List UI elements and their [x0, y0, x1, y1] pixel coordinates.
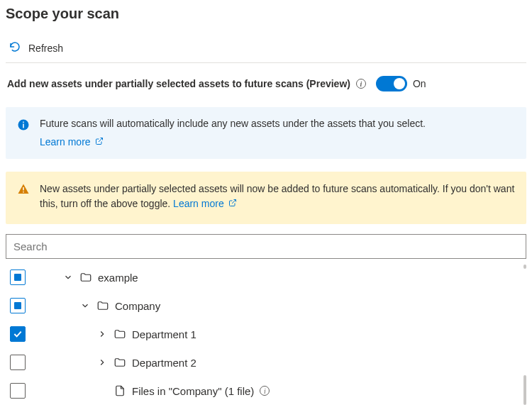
folder-icon	[96, 299, 109, 312]
warning-banner-text: New assets under partially selected asse…	[40, 183, 514, 209]
warning-banner: New assets under partially selected asse…	[6, 172, 526, 224]
info-icon[interactable]: i	[356, 79, 366, 89]
svg-rect-2	[23, 122, 24, 123]
checkbox[interactable]	[10, 269, 26, 285]
refresh-icon	[9, 40, 21, 55]
chevron-right-icon[interactable]	[96, 357, 108, 368]
learn-more-label: Learn more	[173, 196, 224, 211]
warning-learn-more-link[interactable]: Learn more	[173, 196, 237, 211]
external-link-icon	[95, 135, 104, 150]
svg-rect-4	[23, 191, 24, 193]
checkbox[interactable]	[10, 298, 26, 313]
tree-label: example	[98, 272, 138, 284]
info-banner-text: Future scans will automatically include …	[40, 117, 515, 131]
checkbox[interactable]	[10, 355, 26, 370]
info-learn-more-link[interactable]: Learn more	[40, 135, 104, 150]
toggle-row: Add new assets under partially selected …	[6, 76, 526, 91]
tree-row[interactable]: Department 1	[6, 320, 526, 348]
info-icon[interactable]: i	[260, 386, 270, 396]
chevron-down-icon[interactable]	[62, 272, 74, 283]
tree-row[interactable]: Files in "Company" (1 file)i	[6, 377, 526, 405]
refresh-label: Refresh	[28, 43, 63, 54]
svg-rect-1	[23, 124, 24, 128]
checkbox[interactable]	[10, 326, 26, 342]
toggle-label: Add new assets under partially selected …	[7, 78, 350, 89]
chevron-placeholder	[96, 385, 108, 396]
learn-more-label: Learn more	[40, 135, 91, 150]
asset-tree: exampleCompanyDepartment 1Department 2Fi…	[6, 263, 526, 405]
tree-row[interactable]: example	[6, 263, 526, 291]
chevron-right-icon[interactable]	[96, 328, 108, 340]
folder-icon	[79, 271, 92, 284]
chevron-down-icon[interactable]	[79, 300, 91, 311]
info-solid-icon	[17, 122, 30, 133]
page-title: Scope your scan	[6, 3, 526, 22]
tree-label: Department 2	[132, 357, 196, 369]
refresh-button[interactable]: Refresh	[6, 36, 526, 62]
toggle-knob	[394, 78, 405, 89]
tree-row[interactable]: Department 2	[6, 348, 526, 377]
info-banner: Future scans will automatically include …	[6, 107, 526, 159]
tree-row[interactable]: Company	[6, 291, 526, 320]
scrollbar-top[interactable]	[523, 265, 526, 269]
svg-rect-3	[23, 187, 24, 191]
folder-icon	[113, 356, 126, 369]
toggle-state-label: On	[413, 78, 426, 89]
checkbox[interactable]	[10, 383, 26, 399]
scrollbar[interactable]	[523, 375, 526, 405]
folder-icon	[113, 328, 126, 340]
search-input[interactable]	[6, 234, 526, 259]
separator	[6, 62, 526, 63]
tree-label: Department 1	[132, 328, 196, 340]
external-link-icon	[228, 196, 237, 211]
file-icon	[113, 384, 126, 397]
preview-toggle[interactable]	[376, 76, 407, 91]
tree-label: Files in "Company" (1 file)	[132, 385, 254, 397]
warning-icon	[17, 187, 30, 198]
tree-label: Company	[115, 300, 160, 312]
